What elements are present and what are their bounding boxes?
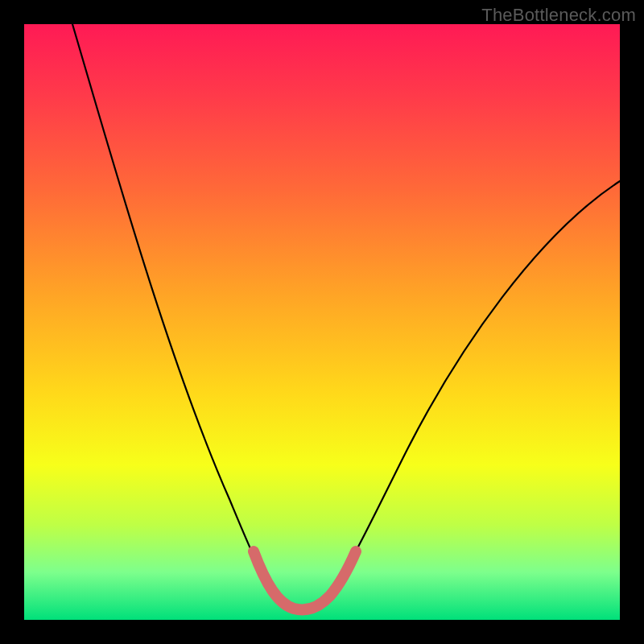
bottleneck-curve [24,24,620,620]
watermark-text: TheBottleneck.com [481,5,636,26]
plot-area [24,24,620,620]
curve-path [72,24,620,609]
optimal-region-highlight [254,551,356,609]
chart-frame: TheBottleneck.com [0,0,644,644]
